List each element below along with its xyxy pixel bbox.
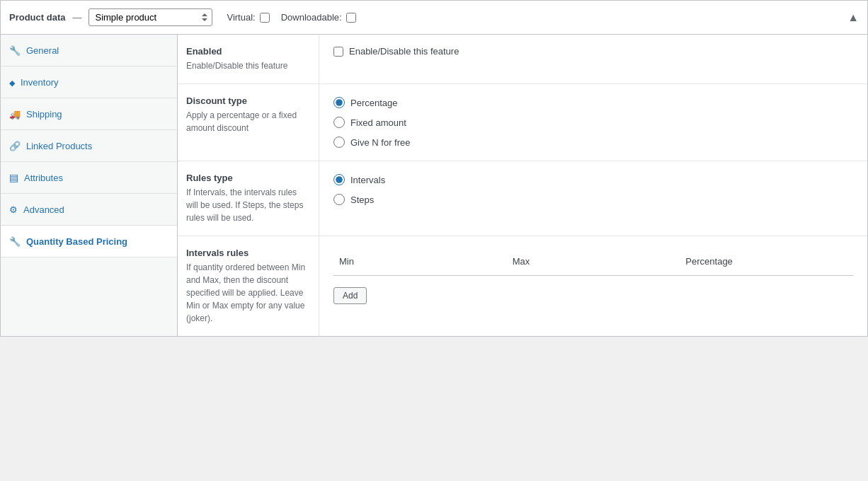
enabled-title: Enabled	[186, 46, 310, 57]
sidebar-item-shipping[interactable]: Shipping	[1, 98, 177, 130]
intervals-rules-label: Intervals rules If quantity ordered betw…	[178, 236, 319, 336]
enabled-section: Enabled Enable/Disable this feature Enab…	[178, 35, 867, 84]
sidebar-label-advanced: Advanced	[23, 204, 64, 215]
sidebar-item-advanced[interactable]: Advanced	[1, 194, 177, 226]
radio-fixed-amount-input[interactable]	[333, 117, 345, 128]
panel-body: General Inventory Shipping Linked Produc…	[1, 35, 867, 336]
virtual-option[interactable]: Virtual:	[227, 12, 269, 23]
intervals-rules-controls: Min Max Percentage Add	[319, 236, 867, 336]
radio-intervals[interactable]: Intervals	[333, 173, 853, 187]
sidebar-label-shipping: Shipping	[26, 109, 62, 120]
sidebar-item-attributes[interactable]: Attributes	[1, 162, 177, 194]
intervals-rules-title: Intervals rules	[186, 248, 310, 258]
sidebar-label-inventory: Inventory	[21, 77, 58, 88]
sidebar-item-linked-products[interactable]: Linked Products	[1, 130, 177, 162]
discount-type-controls: Percentage Fixed amount Give N for free	[319, 84, 867, 161]
rules-type-desc: If Intervals, the intervals rules will b…	[186, 186, 310, 224]
downloadable-option[interactable]: Downloadable:	[281, 12, 356, 23]
discount-type-label: Discount type Apply a percentage or a fi…	[178, 84, 319, 161]
sidebar-item-inventory[interactable]: Inventory	[1, 66, 177, 98]
discount-type-desc: Apply a percentage or a fixed amount dis…	[186, 109, 310, 134]
radio-intervals-label: Intervals	[350, 175, 385, 185]
rules-type-controls: Intervals Steps	[319, 161, 867, 236]
panel-header: Product data — Simple product Variable p…	[1, 1, 867, 35]
enable-toggle[interactable]: Enable/Disable this feature	[333, 46, 853, 57]
list-icon	[9, 172, 18, 183]
sidebar-label-quantity-based-pricing: Quantity Based Pricing	[26, 236, 127, 247]
price-icon	[9, 236, 21, 247]
enable-label: Enable/Disable this feature	[349, 46, 459, 57]
rules-type-label: Rules type If Intervals, the intervals r…	[178, 161, 319, 236]
discount-type-section: Discount type Apply a percentage or a fi…	[178, 84, 867, 161]
radio-give-n-free-input[interactable]	[333, 137, 345, 148]
sidebar-label-linked-products: Linked Products	[26, 141, 92, 151]
downloadable-label: Downloadable:	[281, 12, 342, 23]
virtual-checkbox[interactable]	[260, 13, 270, 23]
table-header: Min Max Percentage	[333, 253, 853, 276]
radio-percentage-input[interactable]	[333, 97, 345, 108]
tag-icon	[9, 76, 15, 88]
panel-title: Product data	[9, 12, 65, 23]
sidebar-item-quantity-based-pricing[interactable]: Quantity Based Pricing	[1, 226, 177, 257]
radio-percentage[interactable]: Percentage	[333, 95, 853, 110]
col-max: Max	[507, 253, 680, 270]
enabled-label: Enabled Enable/Disable this feature	[178, 35, 319, 83]
radio-fixed-amount[interactable]: Fixed amount	[333, 115, 853, 129]
radio-percentage-label: Percentage	[350, 98, 398, 108]
sidebar: General Inventory Shipping Linked Produc…	[1, 35, 178, 336]
col-percentage: Percentage	[680, 253, 853, 270]
intervals-rules-section: Intervals rules If quantity ordered betw…	[178, 236, 867, 336]
sidebar-label-general: General	[26, 45, 59, 56]
intervals-rules-desc: If quantity ordered between Min and Max,…	[186, 261, 310, 325]
add-button[interactable]: Add	[333, 287, 367, 304]
radio-steps-input[interactable]	[333, 194, 345, 205]
radio-steps-label: Steps	[350, 195, 374, 205]
collapse-button[interactable]: ▲	[847, 11, 859, 24]
panel-dash: —	[72, 12, 81, 23]
virtual-label: Virtual:	[227, 12, 255, 23]
gear-icon	[9, 204, 18, 215]
wrench-icon	[9, 45, 21, 56]
header-options: Virtual: Downloadable:	[227, 12, 355, 23]
downloadable-checkbox[interactable]	[346, 13, 356, 23]
truck-icon	[9, 108, 21, 120]
col-min: Min	[333, 253, 507, 270]
intervals-table: Min Max Percentage Add	[333, 253, 853, 304]
enable-checkbox[interactable]	[333, 47, 343, 57]
rules-type-title: Rules type	[186, 173, 310, 183]
radio-fixed-amount-label: Fixed amount	[350, 117, 406, 128]
sidebar-item-general[interactable]: General	[1, 35, 177, 66]
radio-give-n-free-label: Give N for free	[350, 137, 411, 148]
sidebar-label-attributes: Attributes	[24, 173, 63, 183]
discount-type-title: Discount type	[186, 95, 310, 106]
product-type-select[interactable]: Simple product Variable product Grouped …	[88, 8, 212, 26]
link-icon	[9, 140, 21, 151]
rules-type-section: Rules type If Intervals, the intervals r…	[178, 161, 867, 236]
product-data-panel: Product data — Simple product Variable p…	[0, 0, 868, 337]
radio-give-n-free[interactable]: Give N for free	[333, 135, 853, 149]
enabled-desc: Enable/Disable this feature	[186, 59, 310, 72]
enabled-controls: Enable/Disable this feature	[319, 35, 867, 83]
radio-intervals-input[interactable]	[333, 174, 345, 185]
radio-steps[interactable]: Steps	[333, 192, 853, 207]
main-content: Enabled Enable/Disable this feature Enab…	[178, 35, 867, 336]
